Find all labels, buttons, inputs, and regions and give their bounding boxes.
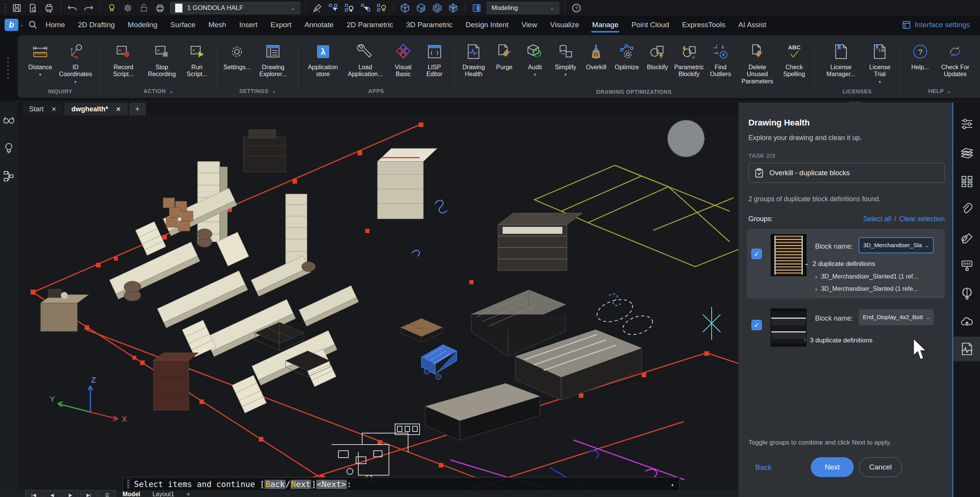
block-name-dropdown[interactable]: End_Display_4x2_Bott ⌄ xyxy=(859,309,934,325)
lisp-editor-button[interactable]: ( ) LISP Editor xyxy=(420,41,449,79)
bricscad-logo[interactable]: b xyxy=(5,19,18,31)
new-tab-button[interactable]: + xyxy=(129,103,146,116)
visual-basic-button[interactable]: Visual Basic xyxy=(388,41,419,79)
check-for-updates-button[interactable]: Check For Updates xyxy=(936,41,975,79)
cancel-button[interactable]: Cancel xyxy=(859,457,902,477)
tab-insert[interactable]: Insert xyxy=(233,16,264,34)
tab-design-intent[interactable]: Design Intent xyxy=(459,16,515,34)
undo-icon[interactable] xyxy=(66,2,78,14)
last-layout-button[interactable]: ▶| xyxy=(80,490,97,497)
tab-2d-drafting[interactable]: 2D Drafting xyxy=(72,16,121,34)
ribbon-grip[interactable] xyxy=(6,57,10,80)
match-properties-icon[interactable] xyxy=(311,2,323,14)
dropdown-icon[interactable]: ▾ xyxy=(879,80,881,84)
purge-button[interactable]: Purge xyxy=(489,41,519,72)
publish-icon[interactable] xyxy=(43,2,55,14)
back-link[interactable]: Back xyxy=(755,463,771,472)
license-trial-button[interactable]: Lite License Trial ▾ xyxy=(864,41,896,85)
section-view-icon[interactable] xyxy=(431,2,443,14)
workspace-selector[interactable]: Modeling ⌄ xyxy=(487,2,559,14)
help-icon[interactable]: ? xyxy=(570,2,583,14)
drawing-health-panel-icon[interactable] xyxy=(954,337,980,361)
chevron-down-icon[interactable]: ⌄ xyxy=(550,5,554,11)
duplicate-definitions-toggle[interactable]: ⌄ 2 duplicate definitions xyxy=(804,260,875,268)
distance-button[interactable]: Distance ▾ xyxy=(25,41,55,78)
tab-export[interactable]: Export xyxy=(264,16,298,34)
chevron-down-icon[interactable]: ⌄ xyxy=(291,5,295,11)
application-store-button[interactable]: λ Application store xyxy=(303,41,343,79)
tab-mesh[interactable]: Mesh xyxy=(202,16,232,34)
redo-icon[interactable] xyxy=(82,2,95,14)
unisolate-objects-icon[interactable] xyxy=(376,2,388,14)
structure-tree-icon[interactable] xyxy=(3,170,15,182)
command-grip[interactable] xyxy=(127,480,129,489)
cloud-sync-panel-icon[interactable] xyxy=(959,314,975,330)
layout-list-button[interactable]: ☰ xyxy=(99,490,116,497)
run-script-button[interactable]: >_ Run Script... xyxy=(181,41,213,79)
id-coordinates-button[interactable]: ID Coordinates ▾ xyxy=(56,41,95,85)
blockify-button[interactable]: Blockify xyxy=(642,41,672,72)
delete-unused-parameters-button[interactable]: Delete Unused Parameters xyxy=(736,41,778,86)
group-label-settings[interactable]: SETTINGS⌄ xyxy=(218,84,297,98)
open-preview-icon[interactable] xyxy=(27,2,39,14)
shaded-view-icon[interactable] xyxy=(415,2,427,14)
dropdown-icon[interactable]: ▾ xyxy=(534,72,536,77)
blocks-panel-icon[interactable] xyxy=(959,174,975,189)
layer-freeze-icon[interactable] xyxy=(122,2,134,14)
tab-3d-parametric[interactable]: 3D Parametric xyxy=(400,16,459,34)
layer-on-icon[interactable] xyxy=(106,2,118,14)
stop-recording-button[interactable]: >_ Stop Recording xyxy=(143,41,181,79)
tab-annotate[interactable]: Annotate xyxy=(298,16,340,34)
load-application-button[interactable]: Load Application... xyxy=(344,41,387,79)
add-layout-button[interactable]: + xyxy=(181,490,195,497)
simplify-button[interactable]: Simplify ▾ xyxy=(550,41,580,78)
settings-button[interactable]: Settings... xyxy=(222,41,252,72)
group-label-action[interactable]: ACTION⌄ xyxy=(101,84,216,98)
optimize-button[interactable]: Optimize xyxy=(612,41,642,72)
light-bulb-icon[interactable] xyxy=(3,142,15,154)
dropdown-icon[interactable]: ▾ xyxy=(74,80,77,84)
visual-styles-panel-icon[interactable] xyxy=(959,286,975,301)
first-layout-button[interactable]: |◀ xyxy=(25,490,42,497)
group-checkbox[interactable]: ✓ xyxy=(751,249,762,259)
clear-selection-link[interactable]: Clear selection xyxy=(899,215,945,223)
select-cursor-icon[interactable] xyxy=(359,2,372,14)
record-script-button[interactable]: >_ Record Script... xyxy=(105,41,142,79)
tab-manage[interactable]: Manage xyxy=(586,16,625,34)
layer-lock-icon[interactable] xyxy=(138,2,150,14)
next-layout-button[interactable]: ▶ xyxy=(62,490,79,497)
tab-visualize[interactable]: Visualize xyxy=(544,16,586,34)
chevron-down-icon[interactable]: ⌄ xyxy=(20,22,24,28)
render-panel-icon[interactable] xyxy=(959,258,975,273)
dropdown-icon[interactable]: ▾ xyxy=(39,72,41,77)
workspace-panel-icon[interactable] xyxy=(470,2,483,14)
tab-home[interactable]: Home xyxy=(39,16,72,34)
help-button[interactable]: ? Help... xyxy=(905,41,935,72)
license-manager-button[interactable]: License Manager... xyxy=(818,41,863,79)
block-name-dropdown[interactable]: 3D_Merchandiser_Sla ⌄ xyxy=(859,237,934,253)
layer-plot-icon[interactable] xyxy=(154,2,166,14)
expand-command-history-icon[interactable]: ▴ xyxy=(671,481,674,488)
select-all-link[interactable]: Select all xyxy=(863,215,891,223)
drawing-explorer-button[interactable]: Drawing Explorer... xyxy=(253,41,294,79)
overkill-button[interactable]: Overkill xyxy=(581,41,611,72)
materials-panel-icon[interactable] xyxy=(959,230,975,245)
prev-layout-button[interactable]: ◀ xyxy=(44,490,60,497)
isolate-objects-icon[interactable] xyxy=(343,2,356,14)
viewport-canvas[interactable]: Z Y X Select items and continue [Back/Ne… xyxy=(18,116,738,497)
tab-2d-parametric[interactable]: 2D Parametric xyxy=(340,16,399,34)
properties-panel-icon[interactable] xyxy=(959,116,975,132)
layer-selector[interactable]: 1 GONDOLA HALF ⌄ xyxy=(170,2,300,14)
isolate-view-icon[interactable] xyxy=(3,114,15,126)
layer-color-swatch[interactable] xyxy=(175,3,183,13)
drawing-health-button[interactable]: Drawing Health xyxy=(459,41,488,79)
group-label-help[interactable]: HELP⌄ xyxy=(902,84,978,98)
group-checkbox[interactable]: ✓ xyxy=(751,320,762,330)
command-line[interactable]: Select items and continue [Back/Next] <N… xyxy=(123,477,680,492)
close-icon[interactable]: ✕ xyxy=(116,106,121,113)
wireframe-view-icon[interactable] xyxy=(399,2,411,14)
xray-view-icon[interactable] xyxy=(447,2,459,14)
toolbar-grip[interactable] xyxy=(4,3,7,13)
search-icon[interactable] xyxy=(27,19,39,31)
doc-tab-start[interactable]: Start ✕ xyxy=(22,103,63,116)
